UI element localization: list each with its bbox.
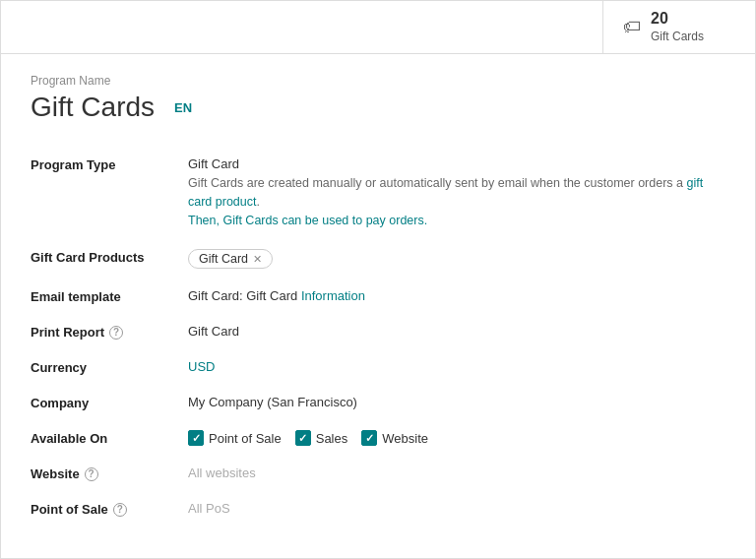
program-type-text: Gift Card [188,156,725,171]
checkbox-pos-label: Point of Sale [209,431,282,446]
checkbox-sales-box[interactable] [295,430,311,446]
company-value: My Company (San Francisco) [188,395,725,409]
point-of-sale-label-text: Point of Sale [31,502,108,517]
top-bar: 🏷 20 Gift Cards [1,1,755,54]
available-on-value: Point of Sale Sales Website [188,430,725,446]
program-type-value: Gift Card Gift Cards are created manuall… [188,156,725,229]
program-name-label: Program Name [31,74,725,88]
print-report-label: Print Report ? [31,324,188,340]
available-on-label: Available On [31,430,188,446]
gift-card-chip[interactable]: Gift Card ✕ [188,249,273,269]
gift-card-pay-link: Then, Gift Cards can be used to pay orde… [188,214,427,227]
point-of-sale-row: Point of Sale ? All PoS [31,491,725,527]
point-of-sale-help-icon[interactable]: ? [113,503,127,517]
page-title: Gift Cards [31,92,155,123]
checkbox-website[interactable]: Website [361,430,428,446]
checkbox-pos-box[interactable] [188,430,204,446]
help-text-2: . [256,195,259,209]
website-label: Website ? [31,466,188,481]
available-on-row: Available On Point of Sale Sales [31,420,725,456]
email-template-label: Email template [31,288,188,304]
gift-cards-header[interactable]: 🏷 20 Gift Cards [602,1,755,53]
currency-row: Currency USD [31,349,725,385]
lang-badge[interactable]: EN [174,100,192,115]
gift-card-number: 20 [651,9,704,30]
print-report-label-text: Print Report [31,325,104,340]
gift-card-products-row: Gift Card Products Gift Card ✕ [31,239,725,279]
currency-value[interactable]: USD [188,359,725,374]
help-text-1: Gift Cards are created manually or autom… [188,176,686,190]
website-row: Website ? All websites [31,456,725,491]
currency-label: Currency [31,359,188,375]
company-label: Company [31,395,188,410]
website-value: All websites [188,466,725,480]
website-label-text: Website [31,466,80,481]
checkbox-group: Point of Sale Sales Website [188,430,725,446]
checkbox-website-label: Website [382,431,428,446]
gift-card-count: 20 Gift Cards [651,9,704,44]
program-type-help: Gift Cards are created manually or autom… [188,174,725,229]
email-template-value: Gift Card: Gift Card Information [188,288,725,303]
main-content: Program Name Gift Cards EN Program Type … [1,54,755,556]
print-report-help-icon[interactable]: ? [109,326,123,340]
company-row: Company My Company (San Francisco) [31,385,725,420]
gift-card-products-value: Gift Card ✕ [188,249,725,269]
email-template-link[interactable]: Information [301,288,365,303]
chip-label: Gift Card [199,252,248,266]
program-type-label: Program Type [31,156,188,172]
tag-icon: 🏷 [623,17,641,37]
point-of-sale-value: All PoS [188,501,725,516]
program-type-row: Program Type Gift Card Gift Cards are cr… [31,147,725,239]
checkbox-sales-label: Sales [316,431,348,446]
chip-close-icon[interactable]: ✕ [253,253,262,266]
gift-card-products-label: Gift Card Products [31,249,188,265]
print-report-row: Print Report ? Gift Card [31,314,725,349]
point-of-sale-placeholder: All PoS [188,501,230,516]
website-help-icon[interactable]: ? [85,467,98,481]
gift-card-label: Gift Cards [651,30,704,45]
checkbox-pos[interactable]: Point of Sale [188,430,282,446]
email-template-row: Email template Gift Card: Gift Card Info… [31,279,725,314]
page-wrapper: 🏷 20 Gift Cards Program Name Gift Cards … [0,0,756,559]
page-title-row: Gift Cards EN [31,92,725,123]
checkbox-website-box[interactable] [361,430,377,446]
website-placeholder: All websites [188,466,256,480]
email-template-prefix: Gift Card: Gift Card [188,288,301,303]
print-report-value: Gift Card [188,324,725,339]
checkbox-sales[interactable]: Sales [295,430,348,446]
form-section: Program Type Gift Card Gift Cards are cr… [31,147,725,527]
point-of-sale-label: Point of Sale ? [31,501,188,517]
